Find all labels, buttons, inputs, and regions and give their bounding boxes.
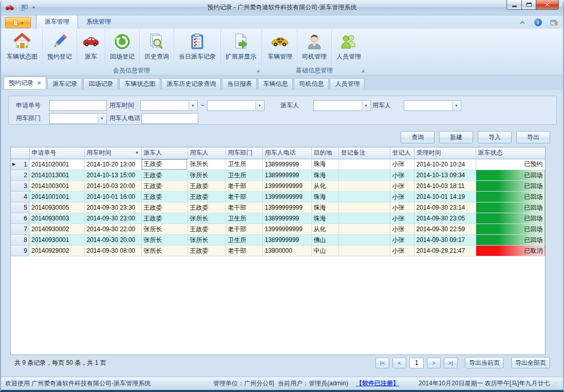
row-indicator-cell[interactable]: 6	[11, 213, 29, 224]
cell[interactable]: 珠海	[311, 159, 339, 170]
cell[interactable]	[339, 192, 390, 202]
ribbon-button-extend-screen[interactable]: 扩展屏显示	[221, 29, 261, 66]
cell[interactable]: 2014-10-13 09:34	[414, 170, 476, 181]
dispatch-status-cell[interactable]: 已回场	[476, 202, 545, 213]
cell[interactable]: 2014-09-30 22:59	[414, 224, 476, 235]
cell[interactable]: 13999999999	[262, 192, 311, 202]
column-header[interactable]: 受理时间	[414, 147, 476, 159]
cell[interactable]: 王政委	[141, 202, 187, 213]
request-no-input[interactable]	[49, 100, 107, 111]
cell[interactable]: 2014-09-30 23:30	[84, 202, 141, 213]
cell[interactable]: 2014-09-29 21:47	[414, 246, 476, 256]
close-button[interactable]: ✕	[536, 0, 559, 10]
ribbon-tab-inactive[interactable]: 系统管理	[78, 15, 119, 29]
dispatch-status-cell[interactable]: 已回场	[476, 213, 545, 224]
chevron-down-icon[interactable]: ▼	[98, 114, 106, 123]
column-header[interactable]: 目的地	[311, 147, 339, 159]
table-row[interactable]: 2201410130012014-10-13 15:00王政委张所长卫生所138…	[11, 170, 545, 181]
cell[interactable]: 王政委	[187, 192, 225, 202]
cell[interactable]: 佛山	[311, 235, 339, 246]
column-header[interactable]: 用车人	[187, 147, 225, 159]
cell[interactable]: 卫生所	[225, 170, 262, 181]
table-row[interactable]: 6201409300032014-09-30 23:00王政委张所长卫生所138…	[11, 213, 545, 224]
cell[interactable]: 珠海	[311, 213, 339, 224]
dispatch-status-cell[interactable]: 已回场	[476, 235, 545, 246]
cell[interactable]: 20140930005	[29, 202, 84, 213]
column-header[interactable]: 派车状态	[476, 147, 545, 159]
use-time-to-combo[interactable]: ▼	[207, 100, 265, 111]
table-row[interactable]: 9201409290022014-09-30 08:00张所长王政委老干部139…	[11, 246, 545, 256]
document-tab[interactable]: 车辆状态图	[119, 78, 160, 89]
cell[interactable]: 卫生所	[225, 235, 262, 246]
table-row[interactable]: 8201409300012014-09-30 20:00张所长张所长卫生所138…	[11, 235, 545, 246]
dispatch-status-cell[interactable]: 已回场	[476, 224, 545, 235]
document-tab[interactable]: 预约记录✕	[4, 77, 46, 89]
cell[interactable]: 20140929002	[29, 246, 84, 256]
cell[interactable]: 13999999999	[262, 224, 311, 235]
row-indicator-cell[interactable]: 3	[11, 181, 29, 192]
cell[interactable]: 从化	[311, 224, 339, 235]
table-row[interactable]: ▶1201410200012014-10-20 13:00王政委张所长卫生所13…	[11, 159, 545, 170]
cell[interactable]: 王政委	[141, 170, 187, 181]
use-time-from-combo[interactable]: ▼	[140, 100, 198, 111]
column-header[interactable]	[11, 147, 29, 159]
cell[interactable]: 2014-10-03 20:00	[84, 181, 141, 192]
prev-page-button[interactable]: <	[392, 358, 406, 368]
table-row[interactable]: 3201410030012014-10-03 20:00王政委王政委老干部139…	[11, 181, 545, 192]
ribbon-button-clipboard-check[interactable]: 当日派车记录	[174, 29, 221, 66]
dispatch-status-cell[interactable]: 已预约	[476, 159, 545, 170]
info-icon[interactable]: i	[534, 18, 542, 26]
table-row[interactable]: 7201409300022014-09-30 22:00张所长王政委老干部139…	[11, 224, 545, 235]
cell[interactable]	[339, 181, 390, 192]
cell[interactable]: 1389999999	[262, 235, 311, 246]
cell[interactable]: 小张	[390, 235, 414, 246]
document-tab[interactable]: 当日报表	[222, 78, 257, 89]
cell[interactable]: 珠海	[311, 170, 339, 181]
column-header[interactable]: 用车部门	[225, 147, 262, 159]
document-tab[interactable]: 人员管理	[330, 78, 365, 89]
cell[interactable]: 2014-09-30 23:05	[414, 213, 476, 224]
cell[interactable]: 老干部	[225, 224, 262, 235]
cell[interactable]: 2014-09-30 23:00	[84, 213, 141, 224]
cell[interactable]: 2014-10-20 13:00	[84, 159, 141, 170]
cell[interactable]: 小张	[390, 213, 414, 224]
cell[interactable]: 小张	[390, 159, 414, 170]
cell[interactable]: 卫生所	[225, 213, 262, 224]
export-all-pages-button[interactable]: 导出全部页	[511, 357, 550, 368]
ribbon-tab-active[interactable]: 派车管理	[36, 15, 78, 29]
cell[interactable]: 20141013001	[29, 170, 84, 181]
dispatch-status-cell[interactable]: 已取消	[476, 246, 545, 256]
cell[interactable]: 2014-10-13 15:00	[84, 170, 141, 181]
cell[interactable]: 珠海	[311, 192, 339, 202]
row-indicator-cell[interactable]: 8	[11, 235, 29, 246]
ribbon-button-doc-search[interactable]: 历史查询	[140, 29, 174, 66]
cell[interactable]: 20141001001	[29, 192, 84, 202]
row-indicator-cell[interactable]: 5	[11, 202, 29, 213]
cell[interactable]: 13999999999	[262, 181, 311, 192]
chevron-down-icon[interactable]: ▼	[362, 101, 370, 110]
cell[interactable]: 2014-09-30 08:00	[84, 246, 141, 256]
ribbon-button-red-car[interactable]: 派车	[77, 29, 105, 66]
document-tab[interactable]: 派车记录	[47, 78, 82, 89]
cell[interactable]: 13999999999	[262, 202, 311, 213]
quick-access-layout-icon[interactable]	[21, 4, 28, 11]
cell[interactable]: 王政委	[141, 181, 187, 192]
cell[interactable]: 2014-09-30 20:00	[84, 235, 141, 246]
ribbon-button-people[interactable]: 人员管理	[332, 29, 366, 66]
cell[interactable]	[339, 235, 390, 246]
cell[interactable]: 2014-10-03 18:11	[414, 181, 476, 192]
document-tab[interactable]: 回场记录	[83, 78, 118, 89]
cell[interactable]: 小张	[390, 192, 414, 202]
query-button[interactable]: 查询	[401, 131, 435, 143]
cell[interactable]: 张所长	[187, 159, 225, 170]
cell[interactable]: 2014-09-30 09:17	[414, 235, 476, 246]
dispatch-status-cell[interactable]: 已回场	[476, 170, 545, 181]
application-menu-button[interactable]: ▼	[5, 17, 31, 28]
cell[interactable]: 1389999999	[262, 170, 311, 181]
chevron-down-icon[interactable]: ▼	[189, 101, 197, 110]
ribbon-button-recycle[interactable]: 回场登记	[105, 29, 140, 66]
cell[interactable]	[339, 213, 390, 224]
cell[interactable]: 20141020001	[29, 159, 84, 170]
cell[interactable]: 卫生所	[225, 159, 262, 170]
next-page-button[interactable]: >	[427, 358, 441, 368]
